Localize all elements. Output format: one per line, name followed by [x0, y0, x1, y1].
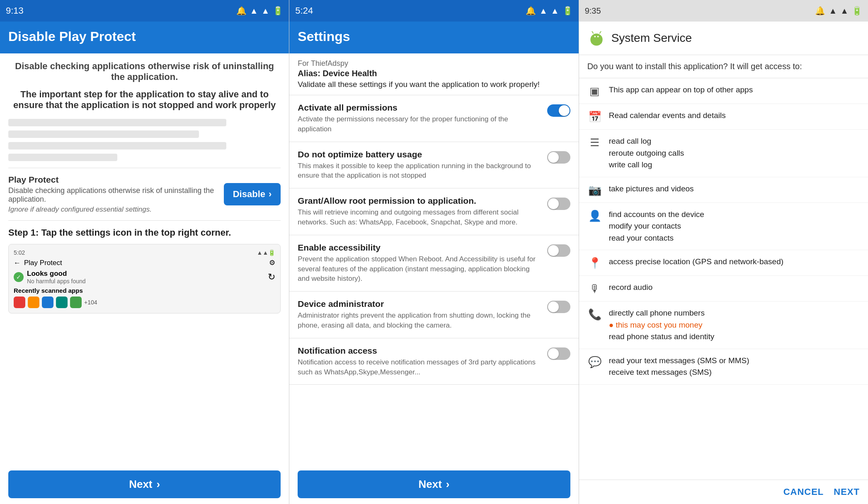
setting-text-1: Do not optimize battery usage This makes…: [298, 150, 541, 181]
toggle-5[interactable]: [547, 347, 570, 360]
perm-item-2: ☰ read call logreroute outgoing callswri…: [579, 130, 868, 177]
back-icon: ←: [14, 259, 21, 267]
screen1-next-label: Next: [129, 478, 152, 491]
android-icon: [587, 29, 606, 47]
signal-icon: ▲: [262, 6, 270, 16]
phone-icon: 📞: [587, 308, 602, 321]
step-label: Step 1: Tap the settings icon in the top…: [8, 227, 281, 238]
checkmark-icon: ✓: [14, 272, 24, 282]
toggle-0[interactable]: [547, 104, 570, 117]
next-button[interactable]: NEXT: [834, 487, 860, 497]
screen1-next-arrow: ›: [157, 478, 160, 491]
toggle-knob-3: [548, 245, 559, 256]
permission-list: ▣ This app can appear on top of other ap…: [579, 78, 868, 480]
svg-rect-2: [600, 39, 602, 43]
perm-item-8: 💬 read your text messages (SMS or MMS)re…: [579, 349, 868, 385]
perm-text-2: read call logreroute outgoing callswrite…: [609, 135, 684, 171]
screen3-title: System Service: [611, 31, 692, 45]
toggle-knob-2: [548, 198, 559, 209]
preview-signal: ▲▲🔋: [257, 249, 276, 256]
toggle-1[interactable]: [547, 151, 570, 164]
setting-desc-2: This will retrieve incoming and outgoing…: [298, 207, 541, 227]
setting-desc-5: Notification access to receive notificat…: [298, 357, 541, 377]
setting-text-2: Grant/Allow root permission to applicati…: [298, 196, 541, 227]
cancel-button[interactable]: CANCEL: [783, 487, 824, 497]
no-harmful-label: No harmful apps found: [27, 278, 86, 285]
recently-scanned-label: Recently scanned apps: [14, 287, 275, 294]
setting-title-2: Grant/Allow root permission to applicati…: [298, 196, 541, 206]
preview-status-row: ✓ Looks good No harmful apps found ↻: [14, 270, 275, 285]
screen2-sub: For ThiefAdspy Alias: Device Health Vali…: [289, 53, 578, 95]
status-bar-1: 9:13 🔔 ▲ ▲ 🔋: [0, 0, 289, 22]
setting-item-4: Device administrator Administrator right…: [289, 292, 578, 338]
setting-desc-0: Activate the permissions necessary for t…: [298, 114, 541, 134]
svg-point-4: [594, 36, 596, 38]
screen1-footer: Next ›: [0, 465, 289, 504]
for-text: For ThiefAdspy: [298, 59, 570, 68]
setting-text-4: Device administrator Administrator right…: [298, 299, 541, 330]
setting-desc-4: Administrator rights prevent the applica…: [298, 311, 541, 330]
overlay-icon: ▣: [587, 85, 602, 98]
toggle-4[interactable]: [547, 301, 570, 313]
screen3-header: System Service: [579, 22, 868, 55]
perm-text-6: record audio: [609, 282, 653, 294]
call-log-icon: ☰: [587, 136, 602, 149]
setting-title-5: Notification access: [298, 346, 541, 356]
status-icons-1: 🔔 ▲ ▲ 🔋: [236, 6, 284, 16]
screen-2: 5:24 🔔 ▲ ▲ 🔋 Settings For ThiefAdspy Ali…: [289, 0, 579, 504]
signal-icon-2: ▲: [551, 6, 559, 16]
refresh-icon[interactable]: ↻: [268, 272, 275, 282]
blurred-step-2: [8, 130, 199, 138]
preview-status-block: Looks good No harmful apps found: [27, 270, 86, 285]
screen1-next-button[interactable]: Next ›: [8, 470, 281, 498]
setting-item-3: Enable accessibility Prevent the applica…: [289, 235, 578, 292]
notif-icon-2: 🔔: [526, 6, 536, 16]
app-icon-2: [28, 297, 39, 308]
perm-item-7: 📞 directly call phone numbers ● this may…: [579, 301, 868, 349]
camera-icon: 📷: [587, 184, 602, 197]
cost-warning: ● this may cost you money: [609, 321, 703, 329]
app-icon-1: [14, 297, 25, 308]
wifi-icon: ▲: [250, 6, 258, 16]
settings-list: Activate all permissions Activate the pe…: [289, 95, 578, 465]
screen1-body: Disable checking applications otherwise …: [0, 53, 289, 465]
svg-line-6: [592, 31, 594, 34]
validate-text: Validate all these settings if you want …: [298, 80, 570, 89]
calendar-icon: 📅: [587, 111, 602, 123]
status-time-1: 9:13: [6, 5, 24, 16]
notification-icon: 🔔: [236, 6, 247, 16]
setting-title-3: Enable accessibility: [298, 243, 541, 253]
divider-2: [8, 220, 281, 221]
divider-1: [8, 168, 281, 168]
play-protect-card: Play Protect Disable checking applicatio…: [8, 175, 281, 214]
setting-title-0: Activate all permissions: [298, 103, 541, 113]
perm-item-1: 📅 Read calendar events and details: [579, 104, 868, 130]
toggle-3[interactable]: [547, 244, 570, 257]
contacts-icon: 👤: [587, 210, 602, 222]
battery-icon-3: 🔋: [852, 6, 862, 16]
notif-icon-3: 🔔: [815, 6, 825, 16]
disable-button[interactable]: Disable ›: [224, 183, 281, 205]
svg-line-7: [599, 31, 601, 34]
screen3-footer: CANCEL NEXT: [579, 480, 868, 504]
card-text: Play Protect Disable checking applicatio…: [8, 175, 224, 214]
perm-text-4: find accounts on the devicemodify your c…: [609, 209, 704, 244]
setting-text-5: Notification access Notification access …: [298, 346, 541, 377]
perm-text-1: Read calendar events and details: [609, 110, 726, 122]
perm-item-5: 📍 access precise location (GPS and netwo…: [579, 250, 868, 276]
screen2-next-button[interactable]: Next ›: [298, 470, 570, 498]
blurred-step-1: [8, 119, 226, 126]
looks-good-label: Looks good: [27, 270, 86, 278]
app-icon-3: [42, 297, 53, 308]
settings-gear-icon[interactable]: ⚙: [269, 258, 275, 267]
disable-btn-label: Disable: [233, 189, 265, 200]
app-icon-count: +104: [84, 299, 97, 306]
battery-icon: 🔋: [273, 6, 283, 16]
perm-item-3: 📷 take pictures and videos: [579, 177, 868, 203]
wifi-icon-3: ▲: [829, 6, 837, 16]
preview-nav: ← Play Protect ⚙: [14, 258, 275, 267]
wifi-icon-2: ▲: [539, 6, 548, 16]
card-title: Play Protect: [8, 175, 224, 185]
status-icons-2: 🔔 ▲ ▲ 🔋: [526, 6, 573, 16]
toggle-2[interactable]: [547, 198, 570, 210]
